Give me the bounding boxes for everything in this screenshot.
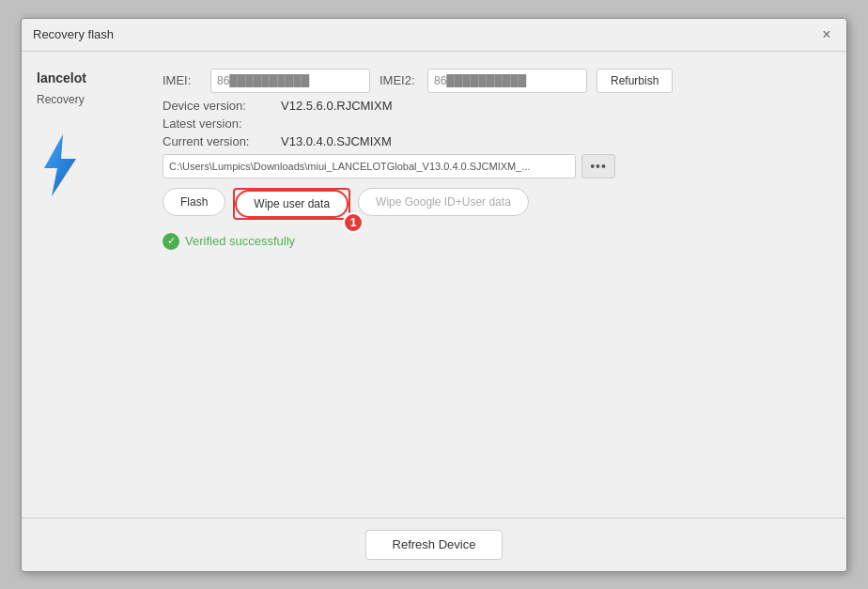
imei1-group: IMEI: bbox=[163, 69, 370, 93]
lightning-icon bbox=[37, 132, 84, 201]
imei1-label: IMEI: bbox=[163, 73, 205, 87]
refresh-device-button[interactable]: Refresh Device bbox=[365, 530, 504, 560]
sidebar: lancelot Recovery bbox=[22, 52, 153, 518]
content-area: lancelot Recovery IMEI: bbox=[22, 52, 846, 518]
current-version-label: Current version: bbox=[163, 134, 275, 148]
close-button[interactable]: × bbox=[818, 26, 835, 43]
titlebar: Recovery flash × bbox=[22, 19, 846, 52]
device-version-value: V12.5.6.0.RJCMIXM bbox=[281, 99, 393, 113]
file-path-display: C:\Users\Lumpics\Downloads\miui_LANCELOT… bbox=[163, 154, 576, 178]
browse-button[interactable]: ••• bbox=[581, 154, 615, 178]
current-version-row: Current version: V13.0.4.0.SJCMIXM bbox=[163, 134, 828, 148]
file-row: C:\Users\Lumpics\Downloads\miui_LANCELOT… bbox=[163, 154, 828, 178]
window-title: Recovery flash bbox=[33, 27, 114, 41]
imei2-label: IMEI2: bbox=[380, 73, 422, 87]
device-mode: Recovery bbox=[37, 93, 85, 106]
action-buttons: Flash Wipe user data 1 Wipe Google ID+Us… bbox=[163, 188, 828, 220]
wipe-highlight-box: Wipe user data bbox=[233, 188, 350, 220]
footer: Refresh Device bbox=[22, 518, 846, 571]
latest-version-row: Latest version: bbox=[163, 116, 828, 131]
main-window: Recovery flash × lancelot Recovery bbox=[21, 18, 847, 572]
step-badge: 1 bbox=[343, 212, 364, 233]
imei-row: IMEI: IMEI2: Refurbish bbox=[163, 69, 828, 93]
main-panel: IMEI: IMEI2: Refurbish Device version: V… bbox=[153, 52, 846, 518]
device-name: lancelot bbox=[37, 70, 86, 85]
verified-text: Verified successfully bbox=[185, 234, 295, 248]
imei2-input[interactable] bbox=[427, 69, 587, 93]
check-icon: ✓ bbox=[163, 233, 179, 250]
dots-icon: ••• bbox=[590, 159, 607, 174]
current-version-value: V13.0.4.0.SJCMIXM bbox=[281, 134, 392, 148]
verified-row: ✓ Verified successfully bbox=[163, 233, 828, 250]
refurbish-button[interactable]: Refurbish bbox=[597, 69, 673, 93]
latest-version-label: Latest version: bbox=[163, 116, 275, 131]
flash-button[interactable]: Flash bbox=[163, 188, 225, 216]
svg-marker-0 bbox=[44, 134, 76, 196]
wipe-google-button[interactable]: Wipe Google ID+User data bbox=[358, 188, 529, 216]
wipe-user-data-button[interactable]: Wipe user data bbox=[235, 190, 349, 218]
device-version-row: Device version: V12.5.6.0.RJCMIXM bbox=[163, 99, 828, 113]
wipe-user-data-wrapper: Wipe user data 1 bbox=[233, 188, 350, 220]
device-version-label: Device version: bbox=[163, 99, 275, 113]
imei2-group: IMEI2: bbox=[380, 69, 587, 93]
imei1-input[interactable] bbox=[210, 69, 370, 93]
